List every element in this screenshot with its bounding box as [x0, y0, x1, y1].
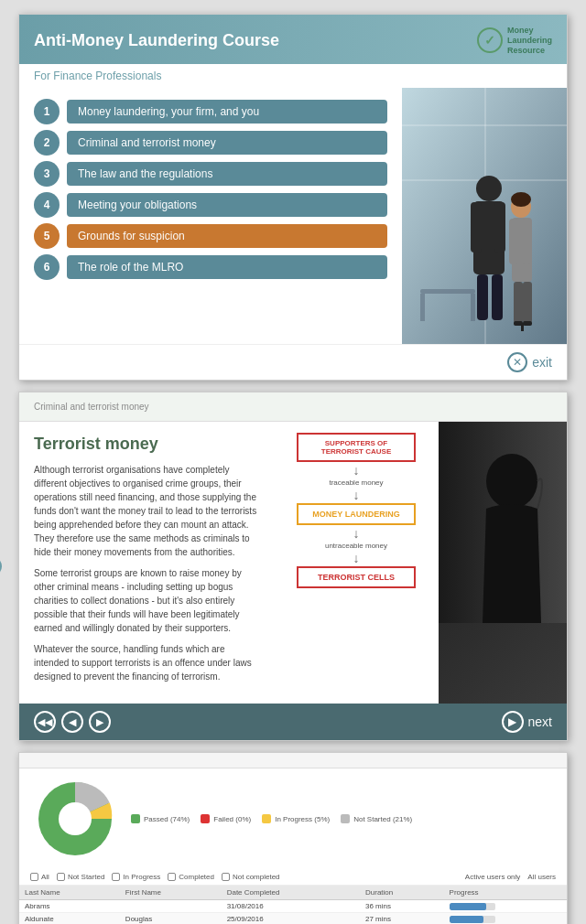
legend-dot-2	[262, 814, 271, 823]
menu-label-3: The law and the regulations	[67, 162, 387, 186]
slide2-nav-back[interactable]: ←	[0, 556, 2, 576]
svg-rect-23	[471, 294, 475, 321]
svg-rect-9	[477, 274, 488, 320]
svg-point-17	[511, 192, 531, 207]
filter-checkbox-2[interactable]	[112, 873, 120, 881]
progress-bar-container	[450, 916, 495, 923]
svg-rect-14	[522, 219, 531, 264]
slide2-header-text: Criminal and terrorist money	[34, 402, 149, 412]
legend-item-1: Failed (0%)	[201, 814, 251, 823]
filter-all-users[interactable]: All users	[527, 873, 556, 881]
menu-item-4[interactable]: 4 Meeting your obligations	[34, 192, 387, 218]
svg-rect-16	[523, 282, 532, 323]
svg-rect-21	[420, 289, 475, 294]
slide3-header	[19, 753, 567, 768]
slide1-title: Anti-Money Laundering Course	[34, 31, 279, 50]
legend-item-2: In Progress (5%)	[262, 814, 330, 823]
filter-checkbox-3[interactable]	[168, 873, 176, 881]
filter-label-2: In Progress	[123, 873, 160, 881]
svg-rect-7	[471, 202, 482, 252]
diagram-arrow-3: ↓	[353, 527, 360, 540]
table-row[interactable]: Abrams 31/08/2016 36 mins	[19, 900, 567, 913]
col-progress: Progress	[444, 886, 567, 900]
filter-2[interactable]: In Progress	[112, 873, 160, 881]
menu-item-3[interactable]: 3 The law and the regulations	[34, 161, 387, 187]
report-table: Last Name First Name Date Completed Dura…	[19, 886, 567, 924]
col-date: Date Completed	[222, 886, 360, 900]
svg-rect-22	[420, 294, 425, 321]
diagram-box-laundering: MONEY LAUNDERING	[297, 503, 416, 525]
people-silhouette-icon	[402, 88, 567, 344]
diagram-arrow-1: ↓	[353, 464, 360, 477]
diagram-box-supporters: SUPPORTERS OFTERRORIST CAUSE	[297, 433, 416, 462]
menu-num-3: 3	[34, 161, 60, 187]
filter-label-1: Not Started	[68, 873, 104, 881]
next-icon: ▶	[502, 711, 524, 733]
filter-label-3: Completed	[179, 873, 214, 881]
filter-1[interactable]: Not Started	[57, 873, 104, 881]
diagram-box-cells: TERRORIST CELLS	[297, 566, 416, 588]
next-button[interactable]: ▶ next	[502, 711, 552, 733]
legend-dot-1	[201, 814, 210, 823]
filter-4[interactable]: Not completed	[222, 873, 280, 881]
menu-label-1: Money laundering, your firm, and you	[67, 100, 387, 124]
slide2-diagram: SUPPORTERS OFTERRORIST CAUSE ↓ traceable…	[274, 422, 439, 704]
legend-label-3: Not Started (21%)	[353, 815, 412, 823]
menu-label-2: Criminal and terrorist money	[67, 131, 387, 155]
back-button[interactable]: ◀	[61, 711, 83, 733]
slide1-image	[402, 88, 567, 344]
filter-3[interactable]: Completed	[168, 873, 214, 881]
slide2-para3: Whatever the source, handling funds whic…	[34, 642, 259, 683]
menu-num-6: 6	[34, 254, 60, 280]
slide2-image	[439, 422, 567, 704]
svg-point-26	[486, 454, 537, 509]
filter-label-0: All	[41, 873, 49, 881]
menu-item-5[interactable]: 5 Grounds for suspicion	[34, 223, 387, 249]
legend-dot-0	[131, 814, 140, 823]
menu-num-1: 1	[34, 99, 60, 124]
menu-num-2: 2	[34, 130, 60, 156]
exit-icon: ✕	[507, 352, 527, 372]
legend-label-0: Passed (74%)	[144, 815, 190, 823]
legend-label-2: In Progress (5%)	[275, 815, 330, 823]
slide1-content: 1 Money laundering, your firm, and you 2…	[19, 88, 567, 344]
svg-rect-15	[514, 282, 523, 323]
svg-point-5	[476, 176, 502, 201]
play-button[interactable]: ▶	[89, 711, 111, 733]
legend-item-0: Passed (74%)	[131, 814, 190, 823]
menu-item-1[interactable]: 1 Money laundering, your firm, and you	[34, 99, 387, 124]
rewind-button[interactable]: ◀◀	[34, 711, 56, 733]
slide3-filters: AllNot StartedIn ProgressCompletedNot co…	[19, 869, 567, 886]
diagram-label-untraceable: untraceable money	[325, 542, 387, 550]
cell-date: 25/09/2016	[222, 913, 360, 924]
menu-item-2[interactable]: 2 Criminal and terrorist money	[34, 130, 387, 156]
svg-rect-10	[492, 274, 503, 320]
cell-last-name: Aldunate	[19, 913, 120, 924]
logo: ✓ Money Laundering Resource	[477, 26, 552, 55]
svg-rect-13	[509, 219, 518, 264]
menu-item-6[interactable]: 6 The role of the MLRO	[34, 254, 387, 280]
filter-active-users[interactable]: Active users only	[465, 873, 520, 881]
cell-duration: 36 mins	[360, 900, 444, 913]
svg-rect-8	[494, 202, 505, 252]
slide2-container: Criminal and terrorist money Terrorist m…	[18, 392, 568, 741]
legend-dot-3	[341, 814, 350, 823]
report-table-body: Abrams 31/08/2016 36 mins Aldunate Dougl…	[19, 900, 567, 924]
filter-0[interactable]: All	[30, 873, 49, 881]
slide2-controls: ◀◀ ◀ ▶	[34, 711, 111, 733]
filter-checkbox-0[interactable]	[30, 873, 38, 881]
progress-bar-fill	[450, 916, 484, 923]
svg-rect-20	[521, 324, 524, 331]
filter-checkbox-4[interactable]	[222, 873, 230, 881]
filter-checkbox-1[interactable]	[57, 873, 65, 881]
menu-label-4: Meeting your obligations	[67, 193, 387, 217]
cell-first-name	[120, 900, 222, 913]
slide2-text-area: Terrorist money Although terrorist organ…	[19, 422, 274, 704]
person-silhouette-icon	[439, 422, 567, 623]
cell-date: 31/08/2016	[222, 900, 360, 913]
chart-legend: Passed (74%)Failed (0%)In Progress (5%)N…	[131, 814, 412, 823]
next-label: next	[528, 714, 552, 729]
table-row[interactable]: Aldunate Douglas 25/09/2016 27 mins	[19, 913, 567, 924]
slide1-header: Anti-Money Laundering Course ✓ Money Lau…	[19, 15, 567, 64]
exit-button[interactable]: ✕ exit	[507, 352, 552, 372]
